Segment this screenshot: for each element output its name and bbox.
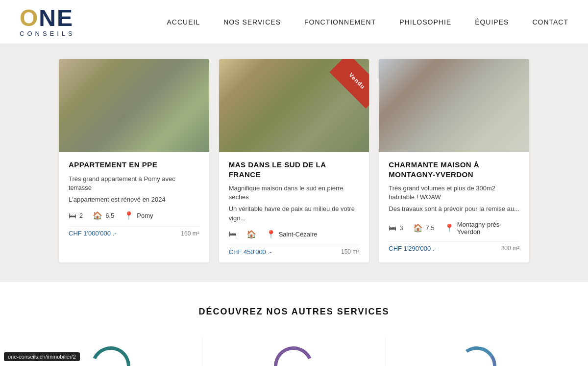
rooms-value-appt: 6.5	[105, 212, 114, 219]
location-icon: 📍	[124, 211, 134, 220]
listing-desc1-maison: Très grand volumes et plus de 300m2 habi…	[389, 184, 519, 202]
location-icon-mas: 📍	[266, 230, 276, 239]
location-value-maison: Montagny-près-Yverdon	[457, 221, 519, 235]
listing-meta-maison: 🛏 3 🏠 7.5 📍 Montagny-près-Yverdon	[389, 221, 519, 235]
listing-title-appt: APPARTEMENT EN PPE	[69, 160, 199, 170]
beds-maison: 🛏 3	[389, 224, 403, 233]
listing-price-mas: CHF 450'000 .-	[229, 248, 272, 256]
location-icon-maison: 📍	[444, 223, 454, 233]
service-item-3[interactable]	[386, 337, 568, 366]
rooms-value-maison: 7.5	[426, 224, 435, 232]
services-grid	[20, 337, 568, 366]
rooms-mas: 🏠	[246, 230, 256, 239]
listing-image-appt	[59, 59, 209, 152]
bed-icon-maison: 🛏	[389, 224, 396, 233]
location-appt: 📍 Pomy	[124, 211, 153, 220]
services-section: DÉCOUVREZ NOS AUTRES SERVICES	[0, 282, 588, 366]
nav-accueil[interactable]: ACCUEIL	[167, 18, 200, 26]
nav-contact[interactable]: CONTACT	[532, 18, 568, 26]
listing-area-maison: 300 m²	[501, 245, 519, 252]
rooms-icon-mas: 🏠	[246, 230, 256, 239]
logo[interactable]: ONE CONSEILS	[20, 6, 83, 37]
listing-area-mas: 150 m²	[341, 248, 359, 255]
rooms-icon: 🏠	[93, 211, 102, 220]
logo-one-text: ONE	[20, 6, 83, 30]
listing-image-mas: Vendu	[219, 59, 369, 152]
listing-desc2-mas: Un véritable havre de paix au milieu de …	[229, 205, 360, 222]
listing-body-appt: APPARTEMENT EN PPE Très grand appartemen…	[59, 152, 209, 244]
listings-grid: APPARTEMENT EN PPE Très grand appartemen…	[59, 59, 529, 262]
beds-value-maison: 3	[399, 224, 403, 232]
location-mas: 📍 Saint-Cézaire	[266, 230, 318, 239]
rooms-appt: 🏠 6.5	[93, 211, 114, 220]
listing-price-appt: CHF 1'000'000 .-	[69, 230, 116, 237]
nav-philosophie[interactable]: PHILOSOPHIE	[399, 18, 451, 26]
listing-photo-maison	[379, 59, 529, 152]
nav-equipes[interactable]: ÉQUIPES	[475, 18, 509, 26]
listing-photo-appt	[59, 59, 209, 152]
listing-image-maison	[379, 59, 529, 152]
services-title: DÉCOUVREZ NOS AUTRES SERVICES	[20, 307, 568, 317]
service-circle-purple	[269, 340, 319, 366]
logo-conseils-text: CONSEILS	[20, 30, 83, 37]
listing-body-maison: CHARMANTE MAISON À MONTAGNY-YVERDON Très…	[379, 152, 529, 259]
listing-footer-maison: CHF 1'290'000 .- 300 m²	[389, 241, 519, 252]
nav-fonctionnement[interactable]: FONCTIONNEMENT	[304, 18, 376, 26]
listing-body-mas: MAS DANS LE SUD DE LA FRANCE Magnifique …	[219, 152, 369, 262]
service-circle-blue	[454, 343, 500, 366]
location-maison: 📍 Montagny-près-Yverdon	[444, 221, 519, 235]
listing-card-maison[interactable]: CHARMANTE MAISON À MONTAGNY-YVERDON Très…	[379, 59, 529, 262]
nav-nos-services[interactable]: NOS SERVICES	[223, 18, 281, 26]
listing-desc1-appt: Très grand appartement à Pomy avec terra…	[69, 175, 199, 192]
header: ONE CONSEILS ACCUEIL NOS SERVICES FONCTI…	[0, 0, 588, 44]
beds-value-appt: 2	[79, 212, 83, 219]
listing-footer-appt: CHF 1'000'000 .- 160 m²	[69, 226, 199, 237]
listing-price-maison: CHF 1'290'000 .-	[389, 245, 436, 252]
bed-icon: 🛏	[69, 211, 76, 220]
rooms-icon-maison: 🏠	[413, 223, 423, 233]
listing-footer-mas: CHF 450'000 .- 150 m²	[229, 245, 360, 256]
listing-meta-mas: 🛏 🏠 📍 Saint-Cézaire	[229, 230, 360, 239]
main-nav: ACCUEIL NOS SERVICES FONCTIONNEMENT PHIL…	[83, 18, 568, 26]
listings-section: APPARTEMENT EN PPE Très grand appartemen…	[0, 44, 588, 282]
listing-area-appt: 160 m²	[181, 230, 199, 237]
beds-appt: 🛏 2	[69, 211, 83, 220]
service-item-1[interactable]	[20, 337, 202, 366]
beds-mas: 🛏	[229, 230, 237, 238]
service-circle-teal	[86, 340, 136, 366]
listing-title-maison: CHARMANTE MAISON À MONTAGNY-YVERDON	[389, 160, 519, 179]
listing-desc2-maison: Des travaux sont à prévoir pour la remis…	[389, 205, 519, 213]
url-bar: one-conseils.ch/immobilier/2	[4, 352, 80, 361]
rooms-maison: 🏠 7.5	[413, 223, 435, 233]
location-value-mas: Saint-Cézaire	[279, 231, 318, 238]
listing-desc2-appt: L'appartement est rénové en 2024	[69, 195, 199, 204]
listing-card-mas[interactable]: Vendu MAS DANS LE SUD DE LA FRANCE Magni…	[219, 59, 369, 262]
listing-desc1-mas: Magnifique maison dans le sud en pierre …	[229, 184, 360, 202]
bed-icon-mas: 🛏	[229, 230, 237, 238]
location-value-appt: Pomy	[137, 212, 153, 219]
service-item-2[interactable]	[202, 337, 385, 366]
listing-card-appt[interactable]: APPARTEMENT EN PPE Très grand appartemen…	[59, 59, 209, 262]
listing-title-mas: MAS DANS LE SUD DE LA FRANCE	[229, 160, 360, 179]
listing-meta-appt: 🛏 2 🏠 6.5 📍 Pomy	[69, 211, 199, 220]
